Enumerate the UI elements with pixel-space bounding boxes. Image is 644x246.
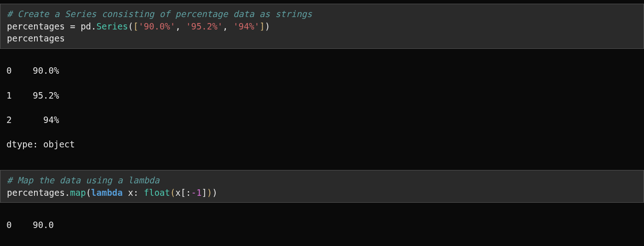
code-cell-1[interactable]: # Create a Series consisting of percenta…: [0, 4, 644, 49]
code-line-assign: percentages = pd.Series(['90.0%', '95.2%…: [7, 20, 637, 33]
code-line-comment: # Create a Series consisting of percenta…: [7, 8, 637, 20]
call-target: percentages: [7, 187, 65, 198]
builtin-func: float: [144, 187, 170, 198]
output-cell-2: 0 90.0 1 95.2 2 94.0 dtype: float64: [0, 203, 644, 246]
code-line-comment: # Map the data using a lambda: [7, 174, 637, 187]
output-line: 0 90.0%: [6, 64, 638, 77]
code-cell-2[interactable]: # Map the data using a lambda percentage…: [0, 170, 644, 203]
output-line: 1 95.2%: [6, 89, 638, 102]
expr-var: percentages: [7, 33, 65, 43]
comment-text: # Create a Series consisting of percenta…: [7, 9, 312, 19]
slice-close: ]: [201, 187, 207, 198]
string-arg-1: '95.2%': [186, 21, 223, 31]
output-cell-1: 0 90.0% 1 95.2% 2 94% dtype: object: [0, 49, 644, 166]
output-line: dtype: object: [6, 138, 638, 151]
assign-target: percentages: [7, 21, 65, 31]
code-line-expr: percentages: [7, 32, 637, 45]
string-arg-2: '94%': [233, 21, 259, 31]
slice-expr: x[:: [175, 187, 191, 198]
output-line: 2 94%: [6, 114, 638, 126]
class-name: Series: [97, 21, 128, 31]
comment-text: # Map the data using a lambda: [7, 175, 160, 185]
module-name: pd: [80, 21, 91, 31]
output-line: 1 95.2: [6, 243, 638, 246]
code-line-map: percentages.map(lambda x: float(x[:-1])): [7, 187, 637, 199]
lambda-arg: x: [128, 187, 133, 198]
slice-num: -1: [191, 187, 202, 198]
method-name: map: [70, 187, 86, 198]
output-line: 0 90.0: [6, 219, 638, 231]
lambda-keyword: lambda: [91, 187, 123, 198]
string-arg-0: '90.0%': [138, 21, 175, 31]
